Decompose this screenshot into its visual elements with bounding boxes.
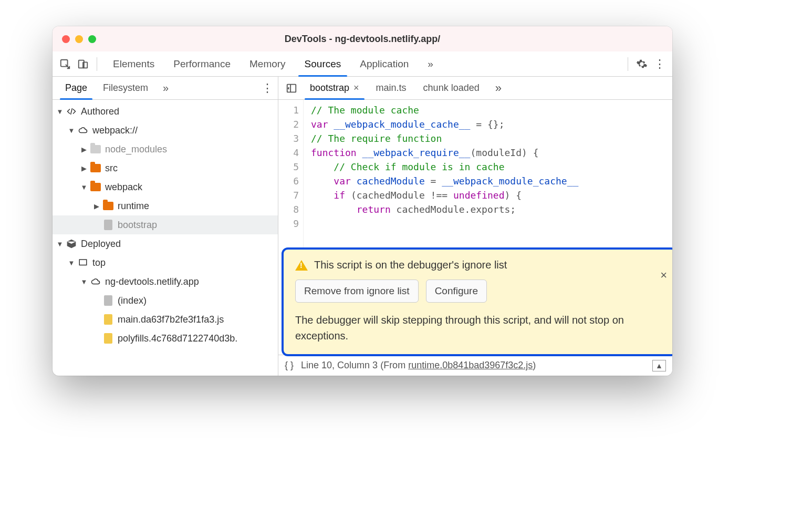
tree-label: bootstrap xyxy=(118,220,157,231)
tree-label: (index) xyxy=(118,295,147,306)
tree-label: main.da63f7b2fe3f1fa3.js xyxy=(118,314,224,325)
close-icon[interactable]: × xyxy=(660,268,667,282)
tab-elements[interactable]: Elements xyxy=(103,51,164,76)
minimize-icon[interactable] xyxy=(75,35,83,43)
tree-item-polyfills-js[interactable]: ▶ polyfills.4c768d7122740d3b. xyxy=(53,329,278,348)
toggle-bottom-drawer-icon[interactable]: ▲ xyxy=(652,360,666,371)
tree-item-bootstrap[interactable]: ▶ bootstrap xyxy=(53,215,278,234)
cloud-icon xyxy=(77,124,89,137)
tree-label: runtime xyxy=(118,201,149,212)
editor-tab-label: bootstrap xyxy=(310,82,349,94)
editor-tab-main-ts[interactable]: main.ts xyxy=(369,77,414,99)
tab-performance[interactable]: Performance xyxy=(164,51,240,76)
file-icon xyxy=(102,219,114,231)
tree-label: polyfills.4c768d7122740d3b. xyxy=(118,333,237,344)
panel-tabs: Elements Performance Memory Sources Appl… xyxy=(103,51,443,76)
kebab-icon[interactable]: ⋮ xyxy=(652,57,667,71)
editor-tab-chunk-loaded[interactable]: chunk loaded xyxy=(416,77,487,99)
file-icon xyxy=(102,313,114,326)
inspect-icon[interactable] xyxy=(58,57,72,71)
folder-icon xyxy=(102,200,114,212)
frame-icon xyxy=(77,256,89,269)
nav-tabs-overflow[interactable]: » xyxy=(159,82,173,94)
tree-group-authored[interactable]: ▼ Authored xyxy=(53,102,278,121)
tree-label: Deployed xyxy=(81,239,121,250)
warning-icon xyxy=(295,260,308,271)
cloud-icon xyxy=(89,275,102,288)
tree-item-main-js[interactable]: ▶ main.da63f7b2fe3f1fa3.js xyxy=(53,310,278,329)
gear-icon[interactable] xyxy=(634,57,649,71)
body: ▼ Authored ▼ webpack:// ▶ node_modules ▶ xyxy=(53,100,672,376)
titlebar: DevTools - ng-devtools.netlify.app/ xyxy=(53,26,672,51)
svg-rect-5 xyxy=(79,260,87,265)
warning-title: This script is on the debugger's ignore … xyxy=(314,259,507,271)
source-from-open: (From xyxy=(380,360,408,370)
tree-label: webpack xyxy=(105,182,142,193)
tree-label: node_modules xyxy=(105,144,167,155)
package-icon xyxy=(65,237,78,250)
divider xyxy=(97,57,97,71)
source-from-link[interactable]: runtime.0b841bad3967f3c2.js xyxy=(408,360,533,370)
configure-button[interactable]: Configure xyxy=(426,280,487,303)
tree-group-deployed[interactable]: ▼ Deployed xyxy=(53,234,278,253)
tree-item-host[interactable]: ▼ ng-devtools.netlify.app xyxy=(53,272,278,291)
warning-description: The debugger will skip stepping through … xyxy=(295,312,631,344)
file-icon xyxy=(102,294,114,307)
tree-label: top xyxy=(92,257,106,268)
tree-label: ng-devtools.netlify.app xyxy=(105,276,199,287)
main-toolbar: Elements Performance Memory Sources Appl… xyxy=(53,51,672,77)
tree-item-node-modules[interactable]: ▶ node_modules xyxy=(53,140,278,159)
tab-memory[interactable]: Memory xyxy=(240,51,295,76)
tree-label: src xyxy=(105,163,118,174)
zoom-icon[interactable] xyxy=(88,35,96,43)
navigator-header: Page Filesystem » ⋮ xyxy=(53,77,278,99)
device-toggle-icon[interactable] xyxy=(76,57,90,71)
window-title: DevTools - ng-devtools.netlify.app/ xyxy=(53,34,672,45)
pretty-print-icon[interactable]: { } xyxy=(285,360,294,371)
tab-application[interactable]: Application xyxy=(350,51,418,76)
close-icon[interactable]: × xyxy=(353,82,359,94)
nav-tab-filesystem[interactable]: Filesystem xyxy=(98,77,153,99)
editor-tab-label: chunk loaded xyxy=(423,82,480,94)
tab-sources[interactable]: Sources xyxy=(295,51,351,76)
file-icon xyxy=(102,332,114,345)
remove-from-ignore-button[interactable]: Remove from ignore list xyxy=(295,280,419,303)
tree-item-top[interactable]: ▼ top xyxy=(53,253,278,272)
editor-tabs-overflow[interactable]: » xyxy=(489,81,508,95)
tree-item-runtime[interactable]: ▶ runtime xyxy=(53,197,278,215)
tabs-overflow[interactable]: » xyxy=(418,51,443,76)
devtools-window: DevTools - ng-devtools.netlify.app/ Elem… xyxy=(53,26,672,376)
traffic-lights xyxy=(53,35,96,43)
close-icon[interactable] xyxy=(62,35,70,43)
editor-tabs: bootstrap × main.ts chunk loaded » xyxy=(278,77,672,99)
source-from-close: ) xyxy=(533,360,536,370)
tree-item-src[interactable]: ▶ src xyxy=(53,159,278,178)
tree-item-index[interactable]: ▶ (index) xyxy=(53,291,278,310)
file-navigator: ▼ Authored ▼ webpack:// ▶ node_modules ▶ xyxy=(53,100,278,376)
sub-header: Page Filesystem » ⋮ bootstrap × main.ts … xyxy=(53,77,672,100)
tree-item-webpack[interactable]: ▼ webpack xyxy=(53,178,278,197)
nav-tab-page[interactable]: Page xyxy=(60,77,92,99)
editor-tab-bootstrap[interactable]: bootstrap × xyxy=(303,77,367,99)
editor-tab-label: main.ts xyxy=(376,82,407,94)
cursor-position: Line 10, Column 3 xyxy=(301,360,378,370)
divider xyxy=(628,57,628,71)
editor-status-bar: { } Line 10, Column 3 (From runtime.0b84… xyxy=(278,355,672,376)
code-icon xyxy=(65,105,78,118)
toggle-navigator-icon[interactable] xyxy=(283,79,300,97)
folder-icon xyxy=(89,143,102,156)
tree-item-webpack-scheme[interactable]: ▼ webpack:// xyxy=(53,121,278,140)
tree-label: webpack:// xyxy=(92,125,138,136)
ignore-list-warning: This script is on the debugger's ignore … xyxy=(282,247,672,356)
tree-label: Authored xyxy=(81,106,119,117)
nav-kebab-icon[interactable]: ⋮ xyxy=(257,81,278,95)
folder-icon xyxy=(89,162,102,174)
folder-icon xyxy=(89,181,102,193)
